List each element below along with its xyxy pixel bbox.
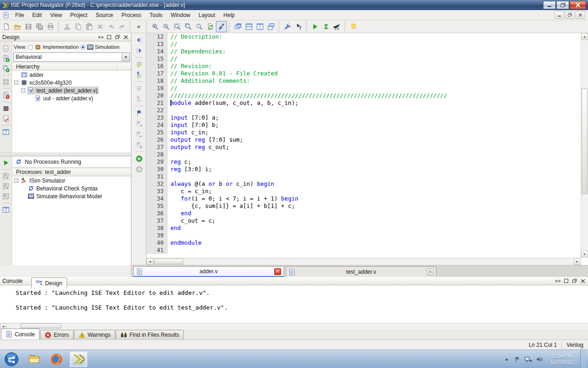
code-line[interactable]: 28 bbox=[147, 151, 581, 158]
doc-check-button[interactable] bbox=[1, 114, 11, 124]
volume-icon[interactable] bbox=[536, 356, 543, 363]
menu-source[interactable]: Source bbox=[91, 11, 117, 19]
proc-check-button[interactable] bbox=[1, 191, 11, 201]
wrench-button[interactable] bbox=[282, 21, 293, 32]
columns-button[interactable] bbox=[1, 127, 11, 137]
tree-row[interactable]: -ISim Simulator bbox=[12, 177, 131, 184]
refresh-doc-button[interactable] bbox=[205, 21, 216, 32]
paste-button[interactable] bbox=[84, 21, 95, 32]
editor-tab-test_adder-v[interactable]: test_adder.v✕ bbox=[286, 266, 436, 277]
mdi-close-button[interactable] bbox=[576, 11, 585, 19]
console-restore-icon[interactable] bbox=[571, 278, 577, 284]
lines-green-button[interactable] bbox=[134, 59, 145, 69]
dropdown-arrow-icon[interactable]: ▼ bbox=[122, 53, 130, 61]
panel-maximize-icon[interactable] bbox=[106, 34, 112, 40]
fwd-circle-button[interactable] bbox=[134, 164, 145, 174]
code-line[interactable]: 25input c_in; bbox=[147, 129, 581, 136]
src-new-button[interactable] bbox=[1, 43, 11, 53]
tile-v-button[interactable] bbox=[254, 21, 266, 32]
code-line[interactable]: 17// Revision 0.01 - File Created bbox=[147, 70, 581, 77]
expand-toggle-icon[interactable]: - bbox=[21, 88, 25, 92]
panel-float-icon[interactable] bbox=[98, 34, 104, 40]
menu-edit[interactable]: Edit bbox=[28, 11, 46, 19]
menu-file[interactable]: File bbox=[11, 11, 28, 19]
code-line[interactable]: 26output reg [7:0] sum; bbox=[147, 136, 581, 144]
view-option-label[interactable]: Simulation bbox=[95, 44, 120, 50]
scroll-right-icon[interactable]: ► bbox=[574, 258, 581, 265]
console-close-icon[interactable] bbox=[580, 278, 586, 284]
scroll-down-icon[interactable]: ▼ bbox=[581, 251, 588, 258]
bulb-button[interactable] bbox=[348, 21, 359, 32]
tree-row[interactable]: adder bbox=[12, 71, 131, 79]
code-line[interactable]: 40endmodule bbox=[147, 239, 581, 247]
undo-gray-button[interactable]: 5 bbox=[134, 94, 145, 104]
tree-row[interactable]: Behavioral Check Syntax bbox=[12, 184, 131, 192]
show-desktop-button[interactable] bbox=[580, 350, 586, 368]
code-line[interactable]: 23input [7:0] a; bbox=[147, 114, 581, 121]
processes-header[interactable]: Processes: test_adder bbox=[12, 168, 131, 176]
console-scroll-thumb[interactable] bbox=[21, 323, 61, 328]
menu-tools[interactable]: Tools bbox=[146, 11, 167, 19]
console-maximize-icon[interactable] bbox=[563, 278, 569, 284]
run-button[interactable] bbox=[1, 158, 11, 168]
tile-h-button[interactable] bbox=[243, 21, 254, 32]
code-line[interactable]: 18// Additional Comments: bbox=[147, 77, 581, 85]
save-all-button[interactable] bbox=[34, 21, 45, 32]
code-line[interactable]: 33 c = c_in; bbox=[147, 188, 581, 195]
scroll-up-icon[interactable]: ▲ bbox=[581, 33, 588, 40]
expand-toggle-icon[interactable]: - bbox=[14, 178, 18, 183]
tray-expand-icon[interactable] bbox=[503, 356, 510, 363]
code-line[interactable]: 36 end bbox=[147, 210, 581, 217]
panel-splitter[interactable] bbox=[0, 153, 131, 156]
taskbar-clock[interactable]: 1:34 PM 11/7/2012 bbox=[547, 353, 577, 366]
code-line[interactable]: 35 {c, sum[i]} = a[i] + b[1] + c; bbox=[147, 202, 581, 210]
cascade-button[interactable] bbox=[232, 21, 243, 32]
network-icon[interactable] bbox=[524, 356, 532, 363]
code-line[interactable]: 31 bbox=[147, 173, 581, 180]
zoom-plain-button[interactable] bbox=[194, 21, 205, 32]
horizontal-scroll-thumb[interactable] bbox=[154, 259, 183, 264]
code-line[interactable]: 30reg [3:0] i; bbox=[147, 166, 581, 173]
menu-window[interactable]: Window bbox=[167, 11, 195, 19]
tree-row[interactable]: -xc3s500e-4fg320 bbox=[12, 79, 131, 86]
copy-button[interactable] bbox=[73, 21, 84, 32]
bm-blue-button[interactable] bbox=[134, 108, 145, 118]
scroll-left-icon[interactable]: ◄ bbox=[147, 258, 153, 265]
chip-check-button[interactable] bbox=[1, 104, 11, 114]
tree-row[interactable]: -Vtest_adder (test_adder.v) bbox=[12, 86, 131, 94]
tree-item[interactable]: Behavioral Check Syntax bbox=[27, 184, 99, 192]
lines-gray-button[interactable] bbox=[134, 83, 145, 94]
tree-row[interactable]: ISimSimulate Behavioral Model bbox=[12, 192, 131, 200]
tree-item[interactable]: xc3s500e-4fg320 bbox=[20, 79, 73, 86]
menu-view[interactable]: View bbox=[46, 11, 66, 19]
proc-x-button[interactable] bbox=[1, 181, 11, 191]
code-line[interactable]: 32always @(a or b or c_in) begin bbox=[147, 180, 581, 188]
editor-vertical-scrollbar[interactable]: ▲ ▼ bbox=[581, 33, 588, 258]
tree-row[interactable]: Vuut - adder (adder.v) bbox=[12, 94, 131, 102]
code-line[interactable]: 34 for(i = 0; i < 7; i = i + 1) begin bbox=[147, 195, 581, 202]
minimize-button[interactable] bbox=[543, 1, 556, 9]
console-float-icon[interactable] bbox=[555, 278, 561, 284]
tree-item[interactable]: Vuut - adder (adder.v) bbox=[34, 94, 95, 102]
code-line[interactable]: 20//////////////////////////////////////… bbox=[147, 92, 581, 99]
menu-help[interactable]: Help bbox=[219, 11, 239, 19]
print-button[interactable] bbox=[45, 21, 56, 32]
bm-next-button[interactable] bbox=[134, 118, 145, 129]
zoom-out-button[interactable] bbox=[161, 21, 172, 32]
action-center-flag-icon[interactable] bbox=[514, 356, 521, 363]
taskbar-ise-button[interactable] bbox=[70, 351, 87, 367]
code-line[interactable]: 39 bbox=[147, 232, 581, 239]
code-line[interactable]: 19// bbox=[147, 85, 581, 92]
taskbar-explorer-button[interactable] bbox=[26, 351, 43, 367]
code-line[interactable]: 27output reg c_out; bbox=[147, 144, 581, 151]
bm-clear-button[interactable] bbox=[134, 139, 145, 150]
squares-button[interactable] bbox=[1, 77, 11, 87]
tree-item[interactable]: Vtest_adder (test_adder.v) bbox=[27, 86, 99, 94]
tree-item[interactable]: ISimSimulate Behavioral Model bbox=[27, 192, 103, 200]
delete-button[interactable] bbox=[95, 21, 106, 32]
new-doc-button[interactable] bbox=[1, 21, 12, 32]
cut-button[interactable] bbox=[62, 21, 73, 32]
undo-green-button[interactable]: 5 bbox=[134, 69, 145, 80]
code-line[interactable]: 37 c_out = c; bbox=[147, 217, 581, 224]
undo-button[interactable] bbox=[106, 21, 117, 32]
